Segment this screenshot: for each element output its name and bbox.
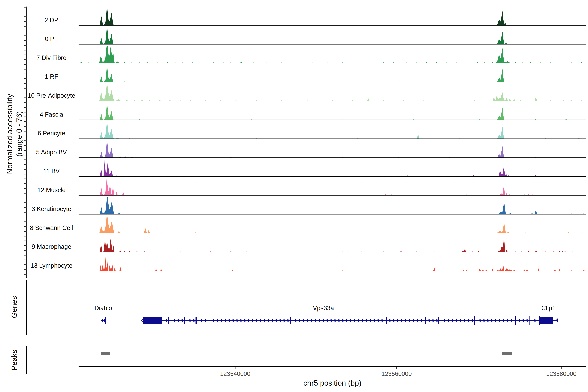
track-label-7-div-fibro: 7 Div Fibro <box>36 54 66 61</box>
y-axis-title-line1: Normalized accessibility <box>5 94 14 174</box>
genes-row-label: Genes <box>10 296 19 318</box>
track-label-6-pericyte: 6 Pericyte <box>38 130 65 137</box>
track-signal-1-rf <box>78 65 586 82</box>
track-signal-2-dp <box>78 8 586 26</box>
y-axis-title-line2: (range 0 - 76) <box>14 94 24 174</box>
track-signal-10-pre-adipocyte <box>78 84 586 101</box>
track-signal-9-macrophage <box>78 237 586 252</box>
track-signal-0-pf <box>78 27 586 44</box>
gene-clip1-box <box>540 317 553 324</box>
track-signal-11-bv <box>78 160 586 176</box>
track-label-5-adipo-bv: 5 Adipo BV <box>36 149 67 156</box>
track-label-13-lymphocyte: 13 Lymphocyte <box>30 262 72 269</box>
x-tick-label: 123560000 <box>382 370 412 377</box>
track-signal-6-pericyte <box>78 122 586 139</box>
track-label-4-fascia: 4 Fascia <box>40 111 63 118</box>
track-signal-7-div-fibro <box>78 46 586 63</box>
track-label-9-macrophage: 9 Macrophage <box>32 243 72 250</box>
x-tick-label: 123580000 <box>546 370 576 377</box>
gene-vps33a-exon1-box <box>142 317 162 324</box>
track-label-12-muscle: 12 Muscle <box>37 186 66 194</box>
called-peak-box <box>101 352 110 355</box>
track-label-11-bv: 11 BV <box>43 168 60 174</box>
track-label-1-rf: 1 RF <box>45 73 58 80</box>
track-signal-3-keratinocyte <box>78 197 586 214</box>
x-tick-label: 123540000 <box>220 370 250 377</box>
track-label-10-pre-adipocyte: 10 Pre-Adipocyte <box>28 92 75 99</box>
track-label-3-keratinocyte: 3 Keratinocyte <box>32 205 72 212</box>
track-signal-13-lymphocyte <box>78 257 586 271</box>
track-signal-12-muscle <box>78 178 586 195</box>
peaks-row-label: Peaks <box>10 350 19 370</box>
tracks-plot-canvas <box>0 0 588 392</box>
coverage-figure: Normalized accessibility (range 0 - 76) … <box>0 0 588 392</box>
track-label-2-dp: 2 DP <box>44 16 58 24</box>
gene-label-clip1: Clip1 <box>542 304 556 312</box>
gene-label-vps33a: Vps33a <box>313 304 334 312</box>
called-peak-box <box>502 352 512 355</box>
track-label-0-pf: 0 PF <box>45 36 58 42</box>
track-signal-4-fascia <box>78 103 586 120</box>
y-axis-title: Normalized accessibility (range 0 - 76) <box>5 94 24 174</box>
gene-label-diablo: Diablo <box>94 304 112 312</box>
track-signal-5-adipo-bv <box>78 141 586 158</box>
track-signal-8-schwann-cell <box>78 216 586 233</box>
x-axis-title: chr5 position (bp) <box>303 378 361 388</box>
track-label-8-schwann-cell: 8 Schwann Cell <box>30 224 73 231</box>
